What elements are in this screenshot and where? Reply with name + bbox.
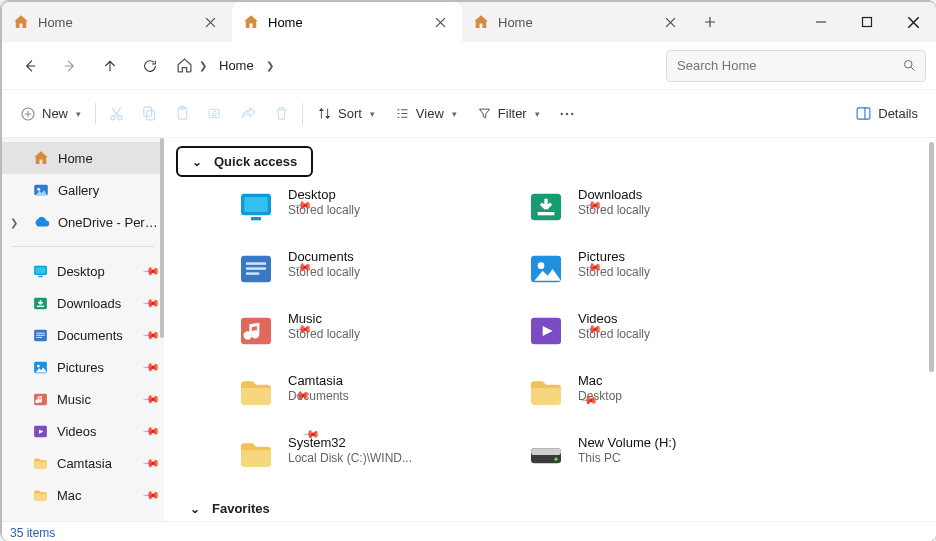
chevron-down-icon: ▾ — [452, 109, 457, 119]
quick-item-mac[interactable]: MacDesktop📌 — [526, 373, 806, 427]
quick-item-pictures[interactable]: PicturesStored locally📌 — [526, 249, 806, 303]
svg-rect-20 — [37, 305, 44, 306]
quick-item-videos[interactable]: VideosStored locally📌 — [526, 311, 806, 365]
chevron-right-icon[interactable]: ❯ — [199, 60, 207, 71]
search-input[interactable] — [675, 57, 902, 74]
svg-point-39 — [538, 262, 545, 269]
copy-button[interactable] — [133, 96, 166, 132]
home-icon — [472, 13, 490, 31]
onedrive-icon — [32, 213, 50, 231]
quick-access-header[interactable]: ⌄ Quick access — [176, 146, 313, 177]
videos-icon — [526, 311, 566, 351]
close-icon[interactable] — [198, 10, 222, 34]
nav-item-downloads[interactable]: Downloads📌 — [2, 287, 164, 319]
folder-icon — [32, 455, 49, 472]
tab-2[interactable]: Home — [462, 2, 692, 42]
close-window-button[interactable] — [890, 2, 936, 42]
svg-rect-31 — [251, 217, 261, 220]
quick-access-title: Quick access — [214, 154, 297, 169]
breadcrumb-segment[interactable]: Home — [213, 54, 260, 77]
nav-item-pictures[interactable]: Pictures📌 — [2, 351, 164, 383]
home-icon — [12, 13, 30, 31]
cut-button[interactable] — [100, 96, 133, 132]
quick-item-camtasia[interactable]: CamtasiaDocuments📌 — [236, 373, 516, 427]
refresh-button[interactable] — [132, 48, 168, 84]
nav-label: Downloads — [57, 296, 121, 311]
delete-button[interactable] — [265, 96, 298, 132]
quick-item-downloads[interactable]: DownloadsStored locally📌 — [526, 187, 806, 241]
pin-icon: 📌 — [141, 293, 160, 312]
search-icon[interactable] — [902, 58, 917, 73]
svg-rect-6 — [144, 107, 152, 116]
content-area[interactable]: ⌄ Quick access DesktopStored locally📌Dow… — [164, 138, 936, 521]
item-name: Mac — [578, 373, 622, 388]
rename-button[interactable] — [199, 96, 232, 132]
svg-rect-35 — [246, 262, 266, 265]
nav-item-onedrive-personal[interactable]: ❯OneDrive - Personal — [2, 206, 164, 238]
share-button[interactable] — [232, 96, 265, 132]
document-icon — [236, 249, 276, 289]
music-icon — [236, 311, 276, 351]
music-icon — [32, 391, 49, 408]
document-icon — [32, 327, 49, 344]
quick-item-system32[interactable]: System32Local Disk (C:)\WIND...📌 — [236, 435, 516, 489]
quick-item-new-volume-h-[interactable]: New Volume (H:)This PC — [526, 435, 806, 489]
pin-icon: 📌 — [141, 485, 160, 504]
svg-rect-5 — [147, 111, 155, 120]
tab-1[interactable]: Home — [232, 2, 462, 42]
chevron-down-icon: ⌄ — [190, 502, 200, 516]
minimize-button[interactable] — [798, 2, 844, 42]
up-button[interactable] — [92, 48, 128, 84]
breadcrumb[interactable]: ❯ Home ❯ — [176, 54, 274, 77]
nav-item-home[interactable]: Home — [2, 142, 164, 174]
filter-button[interactable]: Filter ▾ — [467, 96, 550, 132]
nav-item-gallery[interactable]: Gallery — [2, 174, 164, 206]
close-icon[interactable] — [428, 10, 452, 34]
sort-button[interactable]: Sort ▾ — [307, 96, 385, 132]
download-icon — [32, 295, 49, 312]
pin-icon: 📌 — [141, 453, 160, 472]
drive-icon — [526, 435, 566, 475]
nav-item-camtasia[interactable]: Camtasia📌 — [2, 447, 164, 479]
divider — [12, 246, 154, 247]
nav-item-documents[interactable]: Documents📌 — [2, 319, 164, 351]
folder-icon — [526, 373, 566, 413]
nav-label: Pictures — [57, 360, 104, 375]
forward-button[interactable] — [52, 48, 88, 84]
paste-button[interactable] — [166, 96, 199, 132]
more-button[interactable] — [550, 96, 584, 132]
quick-item-documents[interactable]: DocumentsStored locally📌 — [236, 249, 516, 303]
item-count: 35 items — [10, 526, 55, 540]
nav-label: Gallery — [58, 183, 99, 198]
details-label: Details — [878, 106, 918, 121]
folder-icon — [236, 435, 276, 475]
nav-item-desktop[interactable]: Desktop📌 — [2, 255, 164, 287]
new-tab-button[interactable] — [692, 2, 728, 42]
close-icon[interactable] — [658, 10, 682, 34]
nav-item-music[interactable]: Music📌 — [2, 383, 164, 415]
navigation-pane[interactable]: HomeGallery❯OneDrive - Personal Desktop📌… — [2, 138, 164, 521]
maximize-button[interactable] — [844, 2, 890, 42]
svg-rect-23 — [36, 334, 45, 335]
item-sub: Local Disk (C:)\WIND... — [288, 451, 412, 465]
svg-rect-13 — [857, 108, 870, 119]
quick-item-music[interactable]: MusicStored locally📌 — [236, 311, 516, 365]
nav-label: Home — [58, 151, 93, 166]
nav-item-mac[interactable]: Mac📌 — [2, 479, 164, 511]
title-bar: Home Home Home — [2, 2, 936, 42]
nav-item-videos[interactable]: Videos📌 — [2, 415, 164, 447]
quick-item-desktop[interactable]: DesktopStored locally📌 — [236, 187, 516, 241]
chevron-right-icon[interactable]: ❯ — [266, 60, 274, 71]
tab-0[interactable]: Home — [2, 2, 232, 42]
svg-point-12 — [571, 112, 573, 114]
search-box[interactable] — [666, 50, 926, 82]
view-button[interactable]: View ▾ — [385, 96, 467, 132]
back-button[interactable] — [12, 48, 48, 84]
svg-rect-17 — [36, 267, 46, 273]
svg-rect-18 — [38, 275, 42, 276]
favorites-header[interactable]: ⌄ Favorites — [176, 495, 284, 521]
home-icon — [176, 57, 193, 74]
new-button[interactable]: New ▾ — [10, 96, 91, 132]
details-pane-button[interactable]: Details — [845, 96, 928, 132]
chevron-right-icon[interactable]: ❯ — [10, 217, 18, 228]
